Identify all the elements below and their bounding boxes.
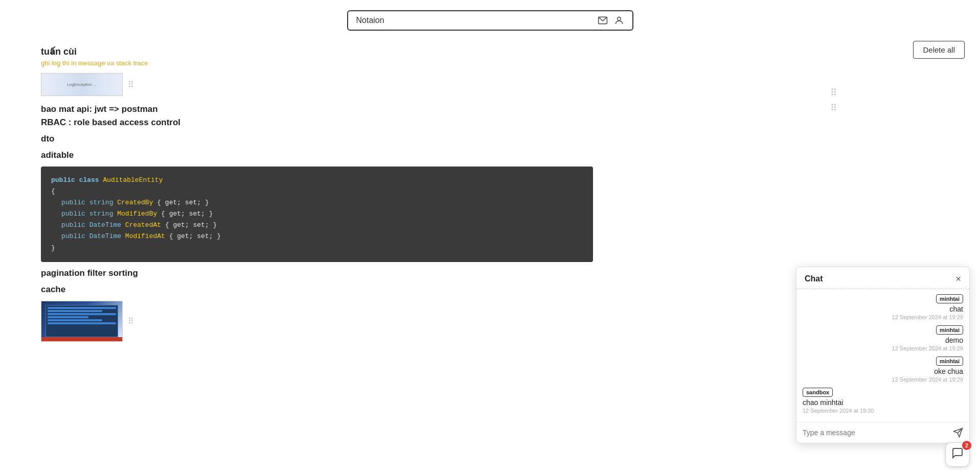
chat-msg-text-4: chao minhtai (803, 398, 843, 407)
bubble-icon-svg (951, 447, 964, 459)
chat-msg-text-1: chat (950, 305, 963, 313)
block-aditable-text: aditable (41, 150, 593, 160)
chat-msg-time-1: 12 September 2024 at 19:29 (892, 314, 963, 320)
code-line-3: public string CreatedBy { get; set; } (51, 197, 583, 208)
chat-avatar-tag-1: minhtai (936, 294, 963, 303)
image-row-1: LogException ... ⠿ (41, 73, 593, 96)
screen-capture-image (41, 301, 123, 342)
chat-message-4: sandbox chao minhtai 12 September 2024 a… (803, 388, 963, 414)
screen-line-6 (48, 322, 116, 324)
image-thumb-text-1: LogException ... (67, 82, 96, 87)
image-thumbnail-1: LogException ... (41, 73, 123, 96)
chat-input-row (796, 422, 969, 443)
chat-msg-time-3: 12 September 2024 at 19:29 (892, 376, 963, 383)
block-tuan-cui: tuấn cùi ghi log thi in message va stack… (41, 46, 593, 67)
drag-handle-1: ⠿ (830, 87, 837, 98)
chat-avatar-tag-4: sandbox (803, 388, 833, 397)
user-icon (614, 15, 624, 26)
chat-message-input[interactable] (803, 429, 949, 437)
chat-fab-button[interactable]: 2 (945, 442, 970, 467)
screen-capture-inner (45, 305, 118, 337)
block-tuan-cui-subtitle: ghi log thi in message va stack trace (41, 59, 593, 67)
drag-handle-2: ⠿ (830, 102, 837, 113)
search-text: Notaion (356, 16, 591, 25)
chat-msg-text-3: oke chua (934, 367, 963, 375)
block-dto-text: dto (41, 134, 593, 144)
code-line-6: public DateTime ModifiedAt { get; set; } (51, 231, 583, 242)
chat-messages: minhtai chat 12 September 2024 at 19:29 … (796, 289, 969, 422)
user-icon-btn[interactable] (614, 15, 624, 26)
screen-line-4 (48, 316, 89, 318)
chat-title: Chat (805, 274, 823, 283)
main-content: tuấn cùi ghi log thi in message va stack… (0, 36, 634, 368)
block-cache-text: cache (41, 285, 593, 295)
drag-dots-img1[interactable]: ⠿ (128, 80, 134, 89)
block-security-line1: bao mat api: jwt => postman (41, 104, 593, 114)
chat-msg-time-2: 12 September 2024 at 19:29 (892, 345, 963, 351)
chat-msg-time-4: 12 September 2024 at 19:30 (803, 408, 874, 414)
block-security: bao mat api: jwt => postman RBAC : role … (41, 104, 593, 128)
header: Notaion (0, 0, 980, 36)
screen-line-2 (48, 310, 102, 312)
chat-message-3: minhtai oke chua 12 September 2024 at 19… (803, 357, 963, 383)
code-line-1: public class AuditableEntity (51, 175, 583, 186)
screen-line-5 (48, 319, 102, 321)
block-dto: dto (41, 134, 593, 144)
drag-dots-img2[interactable]: ⠿ (128, 316, 134, 326)
block-aditable: aditable (41, 150, 593, 160)
chat-close-button[interactable]: × (955, 274, 961, 283)
block-pagination-text: pagination filter sorting (41, 268, 593, 278)
code-line-7: } (51, 243, 583, 254)
chat-msg-text-2: demo (945, 336, 963, 344)
code-line-4: public string ModifiedBy { get; set; } (51, 208, 583, 220)
chat-header: Chat × (796, 267, 969, 289)
block-pagination: pagination filter sorting (41, 268, 593, 278)
search-icons (598, 15, 624, 26)
top-right-actions: Delete all (913, 41, 965, 59)
chat-panel: Chat × minhtai chat 12 September 2024 at… (796, 267, 970, 443)
block-security-line2: RBAC : role based access control (41, 117, 593, 128)
chat-message-1: minhtai chat 12 September 2024 at 19:29 (803, 294, 963, 320)
svg-point-1 (617, 17, 621, 20)
message-icon-btn[interactable] (598, 15, 608, 26)
chat-bubble-icon (951, 447, 964, 462)
screen-line-3 (48, 313, 116, 315)
message-icon (598, 15, 608, 26)
delete-all-button[interactable]: Delete all (913, 41, 965, 59)
screen-bottom-bar (41, 337, 122, 341)
image-row-2: ⠿ (41, 301, 593, 342)
search-bar: Notaion (347, 10, 633, 31)
image-thumb-inner-1: LogException ... (41, 74, 122, 96)
chat-send-button[interactable] (953, 428, 963, 438)
screen-line-1 (48, 307, 116, 309)
code-line-2: { (51, 186, 583, 197)
chat-message-2: minhtai demo 12 September 2024 at 19:29 (803, 325, 963, 351)
chat-avatar-tag-2: minhtai (936, 325, 963, 335)
chat-avatar-tag-3: minhtai (936, 357, 963, 366)
chat-fab-badge: 2 (962, 441, 971, 450)
code-line-5: public DateTime CreatedAt { get; set; } (51, 220, 583, 231)
block-cache: cache (41, 285, 593, 295)
block-tuan-cui-title: tuấn cùi (41, 46, 593, 57)
code-block: public class AuditableEntity { public st… (41, 167, 593, 262)
send-icon (953, 428, 963, 438)
